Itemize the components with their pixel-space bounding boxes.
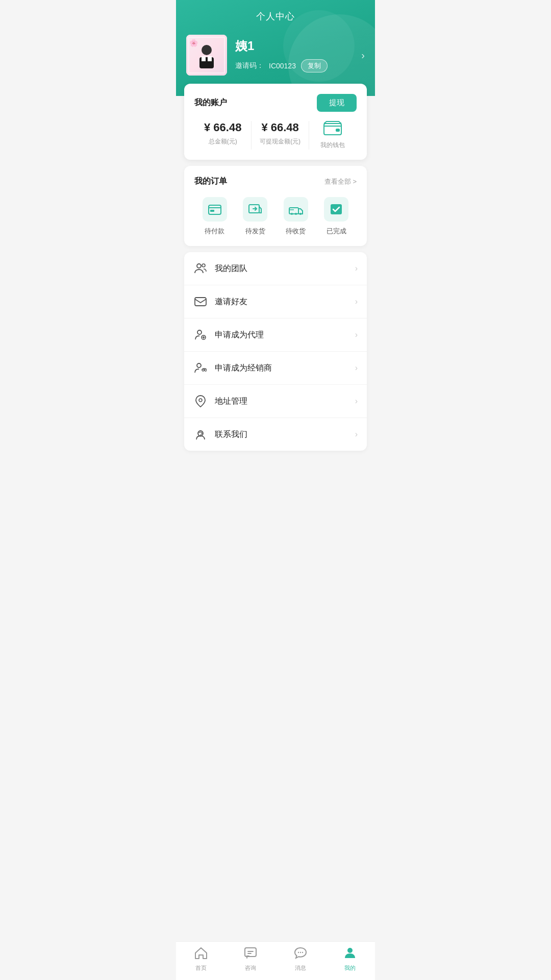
avatar-person-icon [195,42,218,68]
username: 姨1 [235,38,353,54]
total-amount-block: ¥ 66.48 总金额(元) [194,121,251,150]
order-item-pending-receive[interactable]: 待收货 [284,197,308,236]
completed-label: 已完成 [327,227,346,236]
account-amounts: ¥ 66.48 总金额(元) ¥ 66.48 可提现金额(元) 我的钱包 [194,121,357,150]
view-all-link[interactable]: 查看全部 > [324,177,357,186]
team-icon [193,261,208,276]
menu-invite-arrow-icon: › [355,297,358,306]
wallet-icon [323,121,342,139]
svg-point-22 [199,399,202,402]
pending-ship-icon [243,197,267,222]
profile-row: 🌸 姨1 邀请码： IC00123 复制 › [186,35,365,76]
menu-invite-label: 邀请好友 [215,297,348,307]
address-icon [193,394,208,408]
wallet-label: 我的钱包 [320,141,345,150]
svg-point-15 [202,264,205,267]
contact-icon [193,427,208,442]
copy-button[interactable]: 复制 [301,59,328,72]
menu-item-address[interactable]: 地址管理 › [184,385,367,418]
svg-point-0 [202,45,212,55]
menu-item-dealer[interactable]: 申请成为经销商 › [184,352,367,385]
svg-point-12 [299,213,302,215]
orders-card: 我的订单 查看全部 > 待付款 待发货 [184,166,367,246]
profile-arrow-icon[interactable]: › [361,50,365,61]
menu-item-my-team[interactable]: 我的团队 › [184,252,367,285]
avatar[interactable]: 🌸 [186,35,227,76]
svg-point-19 [197,363,201,368]
pending-receive-label: 待收货 [286,227,306,236]
invite-icon [193,295,208,309]
menu-address-arrow-icon: › [355,397,358,406]
svg-rect-5 [336,129,340,132]
menu-item-contact[interactable]: 联系我们 › [184,418,367,451]
wallet-svg-icon [323,121,342,135]
account-header: 我的账户 提现 [194,94,357,112]
profile-info: 姨1 邀请码： IC00123 复制 [235,38,353,72]
pending-payment-label: 待付款 [205,227,224,236]
wallet-block[interactable]: 我的钱包 [309,121,357,150]
total-amount-value: ¥ 66.48 [199,121,246,134]
order-item-pending-ship[interactable]: 待发货 [243,197,267,236]
account-title: 我的账户 [194,97,227,108]
svg-rect-3 [208,56,212,61]
sakura-decoration: 🌸 [189,39,198,47]
menu-dealer-arrow-icon: › [355,363,358,373]
orders-title: 我的订单 [194,176,227,187]
header-section: 个人中心 🌸 姨1 邀请码： IC00123 复制 [176,0,375,96]
pending-payment-icon [203,197,227,222]
order-items-row: 待付款 待发货 [194,197,357,236]
order-item-pending-payment[interactable]: 待付款 [203,197,227,236]
menu-address-label: 地址管理 [215,396,348,407]
menu-contact-arrow-icon: › [355,430,358,439]
menu-item-agent[interactable]: 申请成为代理 › [184,318,367,352]
completed-icon [324,197,348,222]
dealer-icon [193,361,208,375]
svg-rect-6 [209,205,221,214]
invite-label: 邀请码： [235,61,264,70]
menu-team-label: 我的团队 [215,263,348,274]
svg-rect-16 [195,298,206,306]
svg-rect-9 [289,208,298,214]
svg-point-10 [291,213,293,215]
withdrawable-amount-block: ¥ 66.48 可提现金额(元) [251,121,308,150]
menu-card: 我的团队 › 邀请好友 › 申请成为代理 › [184,252,367,451]
withdraw-button[interactable]: 提现 [317,94,357,112]
svg-point-11 [295,213,297,215]
svg-point-24 [200,436,201,437]
svg-rect-13 [331,204,342,214]
account-card: 我的账户 提现 ¥ 66.48 总金额(元) ¥ 66.48 可提现金额(元) … [184,84,367,160]
pending-ship-label: 待发货 [245,227,265,236]
withdrawable-amount-label: 可提现金额(元) [257,137,303,146]
menu-contact-label: 联系我们 [215,429,348,440]
menu-agent-label: 申请成为代理 [215,330,348,340]
withdrawable-amount-value: ¥ 66.48 [257,121,303,134]
svg-point-17 [197,330,202,334]
svg-rect-2 [202,56,206,61]
total-amount-label: 总金额(元) [199,137,246,146]
svg-rect-7 [210,210,214,212]
invite-code: IC00123 [269,62,296,70]
menu-agent-arrow-icon: › [355,330,358,339]
menu-item-invite[interactable]: 邀请好友 › [184,285,367,318]
pending-receive-icon [284,197,308,222]
order-item-completed[interactable]: 已完成 [324,197,348,236]
svg-point-14 [197,264,201,268]
agent-icon [193,328,208,342]
page-title: 个人中心 [186,10,365,22]
orders-header: 我的订单 查看全部 > [194,176,357,187]
invite-row: 邀请码： IC00123 复制 [235,59,353,72]
svg-rect-1 [199,57,214,68]
menu-dealer-label: 申请成为经销商 [215,363,348,374]
menu-team-arrow-icon: › [355,264,358,273]
